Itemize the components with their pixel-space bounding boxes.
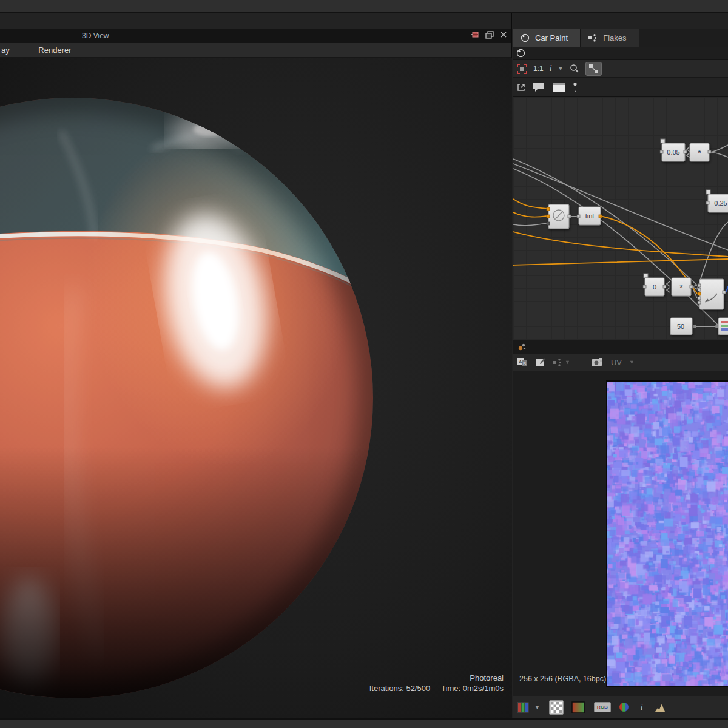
comment-icon[interactable] bbox=[533, 82, 545, 93]
2d-view-toolbar: AB ▼ UV ▼ bbox=[513, 354, 728, 371]
compare-ab-icon[interactable]: AB bbox=[517, 357, 528, 367]
node-multiply-top[interactable]: * bbox=[690, 143, 711, 161]
tab-car-paint[interactable]: Car Paint bbox=[513, 29, 581, 47]
node-value-025[interactable]: 0.25 bbox=[706, 190, 728, 212]
alpha-checker-toggle[interactable] bbox=[549, 700, 564, 715]
uv-mode-label[interactable]: UV bbox=[611, 358, 622, 367]
dropdown-caret-icon[interactable]: ▼ bbox=[558, 66, 564, 72]
zoom-search-icon[interactable] bbox=[570, 64, 579, 73]
node-value-50[interactable]: 50 bbox=[670, 318, 692, 335]
histogram-icon[interactable] bbox=[655, 703, 666, 712]
node-value-0[interactable]: 0 bbox=[643, 274, 666, 296]
svg-text:B: B bbox=[523, 361, 526, 366]
svg-text:*: * bbox=[679, 283, 683, 292]
material-row bbox=[513, 47, 728, 60]
fit-view-icon[interactable] bbox=[517, 64, 527, 74]
material-panel: Car Paint Flakes 1:1 i ▼ bbox=[513, 13, 728, 718]
wire-gray-group bbox=[513, 145, 728, 335]
svg-text:tint: tint bbox=[585, 212, 595, 220]
application-window: 3D View ay Renderer bbox=[0, 0, 728, 728]
tab-flakes[interactable]: Flakes bbox=[581, 29, 639, 47]
graph-tabbar: Car Paint Flakes bbox=[513, 29, 728, 47]
node-gradient-curve[interactable] bbox=[698, 279, 726, 309]
multiply-bottom-input-ports bbox=[667, 281, 670, 292]
node-multiply-bottom[interactable]: * bbox=[672, 278, 693, 296]
pin-marker-icon[interactable] bbox=[573, 82, 578, 93]
2d-texture-view[interactable]: 256 x 256 (RGBA, 16bpc) bbox=[513, 371, 728, 696]
svg-text:50: 50 bbox=[677, 323, 684, 330]
info-icon[interactable]: i bbox=[550, 64, 552, 73]
svg-text:0.05: 0.05 bbox=[667, 149, 679, 156]
rgb-mode-toggle[interactable]: RGB bbox=[594, 702, 611, 712]
node-value-005[interactable]: 0.05 bbox=[660, 139, 687, 161]
dropdown-caret-icon[interactable]: ▼ bbox=[629, 359, 635, 365]
flake-texture-image bbox=[606, 380, 728, 687]
frame-window-icon[interactable] bbox=[552, 82, 565, 93]
3d-view-title: 3D View bbox=[82, 29, 109, 43]
render-iterations: Iterations: 52/500 bbox=[369, 684, 430, 693]
node-graph-canvas[interactable]: 0.05 * 0.25 bbox=[513, 97, 728, 340]
2d-view-tab[interactable] bbox=[513, 340, 728, 354]
node-tint[interactable]: tint bbox=[577, 207, 602, 225]
info-icon[interactable]: i bbox=[641, 703, 643, 712]
svg-text:0.25: 0.25 bbox=[714, 200, 727, 207]
channel-toolbar: ▼ RGB i bbox=[513, 696, 728, 718]
texture-size-label: 256 x 256 (RGBA, 16bpc) bbox=[519, 675, 606, 683]
color-sphere-icon[interactable] bbox=[619, 702, 629, 712]
dropdown-caret-icon[interactable]: ▼ bbox=[534, 704, 540, 710]
link-nodes-toggle[interactable] bbox=[585, 62, 602, 76]
camera-snapshot-icon[interactable] bbox=[591, 357, 604, 367]
renderer-mode: Photoreal bbox=[369, 673, 504, 683]
multiply-top-input-ports bbox=[687, 147, 690, 158]
gradient-preview-icon[interactable] bbox=[571, 701, 585, 713]
render-time: Time: 0m2s/1m0s bbox=[441, 684, 504, 693]
svg-text:0: 0 bbox=[653, 283, 656, 291]
menu-item-display-truncated[interactable]: ay bbox=[1, 46, 10, 55]
3d-viewport[interactable]: Photoreal Iterations: 52/500Time: 0m2s/1… bbox=[0, 58, 512, 718]
3d-view-panel: 3D View ay Renderer bbox=[0, 13, 512, 718]
3d-view-titlebar: 3D View bbox=[0, 29, 511, 43]
flakes-dots-icon bbox=[517, 343, 527, 351]
render-info: Photoreal Iterations: 52/500Time: 0m2s/1… bbox=[369, 673, 504, 693]
window-bottom-strip bbox=[0, 718, 728, 728]
wire-orange-group bbox=[513, 199, 728, 294]
dropdown-caret-icon[interactable]: ▼ bbox=[565, 359, 570, 365]
node-gradient-map[interactable] bbox=[718, 318, 728, 335]
graph-toolbar: 1:1 i ▼ bbox=[513, 60, 728, 78]
material-ball-icon-small[interactable] bbox=[516, 49, 525, 58]
graph-toolbar-2 bbox=[513, 78, 728, 97]
node-output-select-icon[interactable] bbox=[553, 358, 562, 367]
tab-label: Flakes bbox=[603, 33, 626, 42]
node-graph-icon bbox=[588, 33, 598, 42]
3d-view-menubar: ay Renderer bbox=[0, 43, 511, 58]
window-top-strip bbox=[0, 0, 728, 13]
zoom-level-label[interactable]: 1:1 bbox=[533, 64, 544, 73]
node-curve-function[interactable] bbox=[547, 204, 571, 229]
rgb-channels-icon[interactable] bbox=[517, 702, 529, 713]
edit-image-icon[interactable] bbox=[535, 357, 545, 367]
menu-item-renderer[interactable]: Renderer bbox=[38, 46, 71, 55]
tab-label: Car Paint bbox=[535, 33, 568, 42]
pin-panel-icon[interactable] bbox=[470, 30, 479, 39]
float-window-icon[interactable] bbox=[485, 31, 494, 39]
svg-text:*: * bbox=[698, 148, 701, 158]
external-editor-icon[interactable] bbox=[517, 83, 525, 92]
close-panel-icon[interactable] bbox=[500, 31, 507, 38]
rendered-sphere bbox=[0, 58, 512, 718]
material-ball-icon bbox=[521, 33, 530, 42]
